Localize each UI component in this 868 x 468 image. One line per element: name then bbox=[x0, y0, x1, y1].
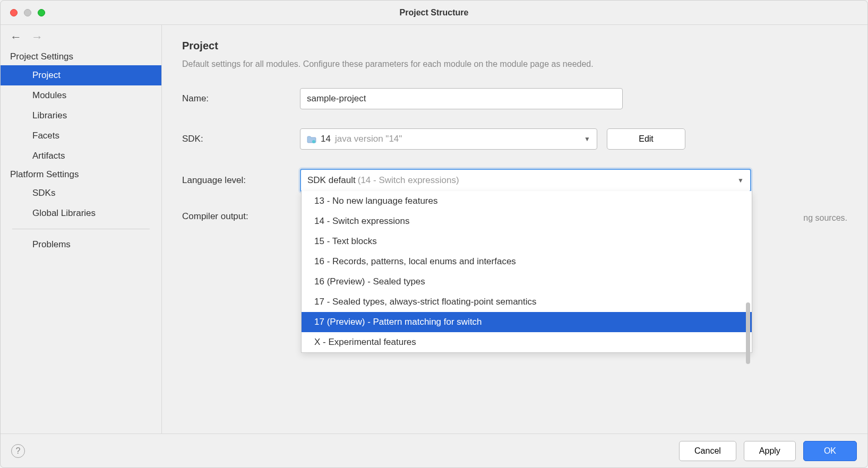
language-level-dropdown: 13 - No new language features 14 - Switc… bbox=[301, 191, 752, 353]
sdk-label: SDK: bbox=[182, 134, 300, 144]
language-level-option[interactable]: 16 - Records, patterns, local enums and … bbox=[302, 252, 752, 272]
sidebar: ← → Project Settings Project Modules Lib… bbox=[1, 25, 162, 434]
titlebar: Project Structure bbox=[1, 1, 867, 25]
sdk-name: 14 bbox=[321, 134, 331, 144]
close-window-button[interactable] bbox=[10, 9, 18, 16]
project-name-input[interactable] bbox=[300, 88, 623, 109]
sdk-row: SDK: 14 java version "14" ▼ Edit bbox=[182, 128, 847, 150]
ok-button[interactable]: OK bbox=[803, 441, 857, 461]
sidebar-item-sdks[interactable]: SDKs bbox=[1, 183, 161, 203]
sidebar-item-libraries[interactable]: Libraries bbox=[1, 106, 161, 126]
chevron-down-icon: ▼ bbox=[737, 177, 744, 184]
window-title: Project Structure bbox=[400, 8, 469, 18]
help-button[interactable]: ? bbox=[11, 444, 25, 458]
nav-arrows: ← → bbox=[1, 25, 161, 48]
language-level-selected: SDK default bbox=[307, 175, 356, 186]
name-label: Name: bbox=[182, 93, 300, 104]
sdk-select[interactable]: 14 java version "14" ▼ bbox=[300, 128, 597, 150]
dropdown-scrollbar[interactable] bbox=[746, 302, 750, 364]
compiler-hint-text: ng sources. bbox=[803, 213, 847, 223]
language-level-option[interactable]: 14 - Switch expressions bbox=[302, 211, 752, 231]
cancel-button[interactable]: Cancel bbox=[679, 441, 736, 461]
edit-sdk-button[interactable]: Edit bbox=[607, 128, 685, 150]
sidebar-item-global-libraries[interactable]: Global Libraries bbox=[1, 203, 161, 223]
sidebar-item-project[interactable]: Project bbox=[1, 65, 161, 85]
folder-icon bbox=[307, 135, 316, 143]
language-level-select[interactable]: SDK default (14 - Switch expressions) ▼ … bbox=[300, 169, 751, 192]
language-level-selected-sub: (14 - Switch expressions) bbox=[358, 175, 459, 186]
apply-button[interactable]: Apply bbox=[744, 441, 796, 461]
sidebar-section-platform-settings: Platform Settings bbox=[1, 166, 161, 183]
language-level-row: Language level: SDK default (14 - Switch… bbox=[182, 169, 847, 192]
language-level-option[interactable]: 13 - No new language features bbox=[302, 191, 752, 211]
language-level-option[interactable]: 17 (Preview) - Pattern matching for swit… bbox=[302, 312, 752, 332]
language-level-option[interactable]: 17 - Sealed types, always-strict floatin… bbox=[302, 292, 752, 312]
language-level-option[interactable]: X - Experimental features bbox=[302, 332, 752, 352]
language-level-option[interactable]: 15 - Text blocks bbox=[302, 231, 752, 252]
chevron-down-icon: ▼ bbox=[584, 135, 590, 143]
back-arrow-icon[interactable]: ← bbox=[10, 30, 22, 44]
project-structure-window: Project Structure ← → Project Settings P… bbox=[0, 0, 868, 468]
sidebar-divider bbox=[12, 229, 150, 229]
svg-point-0 bbox=[312, 140, 315, 143]
main-panel: Project Default settings for all modules… bbox=[162, 25, 867, 434]
footer: ? Cancel Apply OK bbox=[1, 434, 867, 467]
page-title: Project bbox=[182, 40, 847, 52]
sidebar-item-facets[interactable]: Facets bbox=[1, 126, 161, 146]
forward-arrow-icon: → bbox=[31, 30, 43, 44]
sdk-version: java version "14" bbox=[335, 134, 402, 144]
language-level-option[interactable]: 16 (Preview) - Sealed types bbox=[302, 272, 752, 292]
sidebar-section-project-settings: Project Settings bbox=[1, 48, 161, 65]
language-level-label: Language level: bbox=[182, 175, 300, 186]
sidebar-item-problems[interactable]: Problems bbox=[1, 235, 161, 255]
minimize-window-button[interactable] bbox=[24, 9, 31, 16]
sidebar-item-modules[interactable]: Modules bbox=[1, 85, 161, 106]
help-icon: ? bbox=[16, 446, 21, 456]
page-description: Default settings for all modules. Config… bbox=[182, 59, 847, 69]
content: ← → Project Settings Project Modules Lib… bbox=[1, 25, 867, 434]
traffic-lights bbox=[10, 9, 45, 16]
compiler-output-label: Compiler output: bbox=[182, 211, 300, 222]
sidebar-item-artifacts[interactable]: Artifacts bbox=[1, 146, 161, 166]
name-row: Name: bbox=[182, 88, 847, 109]
maximize-window-button[interactable] bbox=[38, 9, 45, 16]
